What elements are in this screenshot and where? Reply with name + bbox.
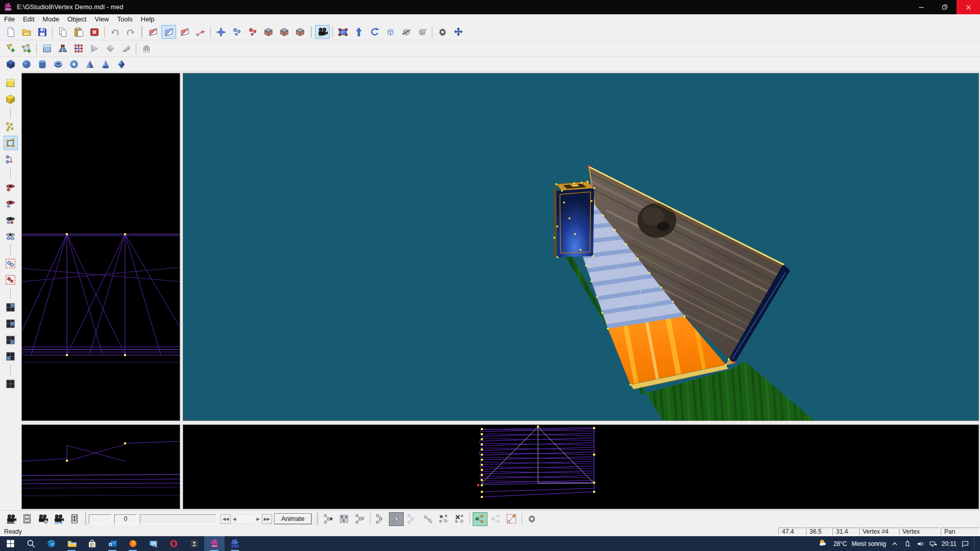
- prim-torus-button[interactable]: [51, 57, 65, 71]
- layout-right-button[interactable]: [4, 316, 18, 331]
- flag-gray-button[interactable]: [118, 41, 133, 55]
- viewport-side-wireframe[interactable]: [21, 424, 180, 509]
- search-taskbar-button[interactable]: [20, 536, 41, 551]
- move-up-button[interactable]: [351, 25, 366, 39]
- joint-selected-button[interactable]: [473, 512, 487, 526]
- firefox-taskbar-button[interactable]: [122, 536, 143, 551]
- mirror-button[interactable]: [55, 41, 70, 55]
- mode-2d-button[interactable]: [4, 76, 18, 90]
- store-taskbar-button[interactable]: [82, 536, 102, 551]
- anim-cam-arrow-button[interactable]: [51, 512, 66, 526]
- add-face-button[interactable]: [19, 41, 34, 55]
- minimize-button[interactable]: [910, 0, 933, 14]
- prism-b-button[interactable]: [277, 25, 291, 39]
- vertices-red-button[interactable]: [245, 25, 260, 39]
- select-faces-button[interactable]: [4, 136, 18, 150]
- new-file-button[interactable]: [3, 25, 18, 39]
- viewport-front-wireframe[interactable]: [21, 73, 180, 421]
- face-mode-red-button[interactable]: [145, 25, 160, 39]
- cube-wire-button[interactable]: [383, 25, 398, 39]
- prim-cube-button[interactable]: [3, 57, 18, 71]
- notification-icon[interactable]: [961, 540, 969, 548]
- paste-button[interactable]: [71, 25, 86, 39]
- select-box-blue-button[interactable]: [4, 256, 18, 270]
- frame-slider-track[interactable]: [140, 514, 216, 524]
- bone-fork-button[interactable]: [405, 512, 420, 526]
- bone-add-button[interactable]: [436, 512, 451, 526]
- vertex-dart-button[interactable]: [213, 25, 228, 39]
- undo-button[interactable]: [107, 25, 122, 39]
- bone-box-button[interactable]: [337, 512, 352, 526]
- menu-view[interactable]: View: [90, 15, 113, 23]
- last-frame-button[interactable]: ▶▶: [262, 514, 272, 524]
- select-edges-button[interactable]: [4, 152, 18, 166]
- face-flip-button[interactable]: [177, 25, 192, 39]
- menu-object[interactable]: Object: [63, 15, 91, 23]
- rotate-button[interactable]: [367, 25, 382, 39]
- prim-octahedron-button[interactable]: [114, 57, 129, 71]
- prim-pyramid-button[interactable]: [82, 57, 97, 71]
- show-all-vertices-button[interactable]: [4, 212, 18, 227]
- cube-knife-button[interactable]: [414, 25, 429, 39]
- diamond-gray-button[interactable]: [103, 41, 117, 55]
- show-blue-vertices-button[interactable]: [4, 196, 18, 210]
- remote-taskbar-button[interactable]: [143, 536, 163, 551]
- dark-app-taskbar-button[interactable]: [184, 536, 204, 551]
- layout-single-button[interactable]: [4, 377, 18, 391]
- grid-snap-button[interactable]: [71, 41, 86, 55]
- arrow-right-gray-button[interactable]: [87, 41, 102, 55]
- prim-donut-button[interactable]: [66, 57, 81, 71]
- maximize-button[interactable]: [933, 0, 957, 14]
- network-icon[interactable]: [929, 540, 937, 548]
- first-frame-button[interactable]: ◀◀: [220, 514, 231, 524]
- frame-number-input[interactable]: [114, 514, 137, 524]
- explorer-taskbar-button[interactable]: [61, 536, 82, 551]
- med-taskbar-button[interactable]: MED: [204, 536, 225, 551]
- bone-remove-button[interactable]: [452, 512, 467, 526]
- frame-scrollbar[interactable]: [238, 514, 254, 524]
- prim-cone-button[interactable]: [98, 57, 113, 71]
- tray-chevron-icon[interactable]: [891, 540, 899, 548]
- tray-temperature[interactable]: 28°C: [834, 540, 847, 547]
- menu-edit[interactable]: Edit: [19, 15, 38, 23]
- copy-button[interactable]: [55, 25, 70, 39]
- next-frame-button[interactable]: ▶: [254, 514, 261, 524]
- anim-camera-button[interactable]: [4, 512, 18, 526]
- magnet-button[interactable]: [139, 41, 154, 55]
- outlook-taskbar-button[interactable]: [102, 536, 122, 551]
- speaker-icon[interactable]: [916, 540, 924, 548]
- anim-walk-button[interactable]: [67, 512, 82, 526]
- anim-cam-gear-button[interactable]: [35, 512, 50, 526]
- joint-dashed-button[interactable]: [504, 512, 519, 526]
- prism-a-button[interactable]: [261, 25, 276, 39]
- menu-file[interactable]: File: [0, 15, 19, 23]
- flat-shade-button[interactable]: [39, 41, 54, 55]
- quad-handles-button[interactable]: [335, 25, 350, 39]
- menu-mode[interactable]: Mode: [38, 15, 63, 23]
- bone-gear-button[interactable]: [525, 512, 540, 526]
- tray-weather-text[interactable]: Meist sonnig: [851, 540, 886, 547]
- face-mode-blue-button[interactable]: [161, 25, 176, 39]
- redo-button[interactable]: [123, 25, 138, 39]
- vertices-blue-button[interactable]: [229, 25, 244, 39]
- prim-cylinder-button[interactable]: [35, 57, 50, 71]
- menu-tools[interactable]: Tools: [113, 15, 136, 23]
- bone-move-button[interactable]: [321, 512, 336, 526]
- animate-button[interactable]: Animate: [274, 513, 312, 524]
- layout-bottom-left-button[interactable]: [4, 349, 18, 363]
- tray-clock[interactable]: 20:11: [942, 540, 957, 547]
- prism-c-button[interactable]: [292, 25, 307, 39]
- layout-top-right-button[interactable]: [4, 300, 18, 314]
- save-file-button[interactable]: [35, 25, 50, 39]
- settings-gear-button[interactable]: [435, 25, 450, 39]
- bone-dark-button[interactable]: [389, 512, 404, 526]
- bone-chain-button[interactable]: [421, 512, 435, 526]
- start-taskbar-button[interactable]: [0, 536, 20, 551]
- camera-button[interactable]: [315, 25, 330, 39]
- delete-button[interactable]: [87, 25, 102, 39]
- med-blue-taskbar-button[interactable]: [225, 536, 245, 551]
- prim-sphere-button[interactable]: [19, 57, 34, 71]
- add-vertices-button[interactable]: [3, 41, 18, 55]
- bone-delete-button[interactable]: [353, 512, 368, 526]
- joint-gray-button[interactable]: [488, 512, 503, 526]
